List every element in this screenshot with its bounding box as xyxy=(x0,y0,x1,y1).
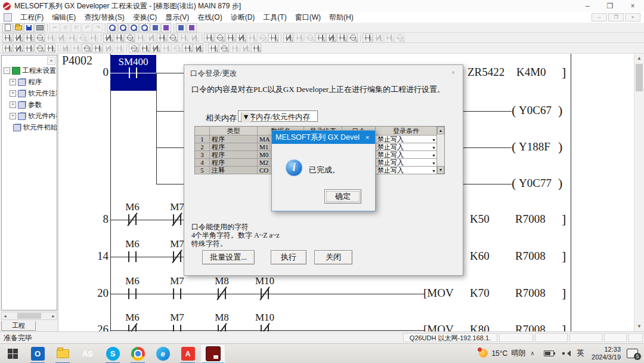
batch-setting-button[interactable]: 批量设置... xyxy=(202,250,255,264)
ok-button[interactable]: 确定 xyxy=(324,189,361,204)
menu-item-1[interactable]: 编辑(E) xyxy=(48,12,80,23)
row-4-condition-dropdown[interactable]: 禁止写入▼ xyxy=(376,159,437,167)
dialog-close-button[interactable]: × xyxy=(448,67,458,77)
tree-item-device-memory[interactable]: +软元件内存 xyxy=(4,110,57,122)
ladder-coil-Y188F[interactable]: Y188F xyxy=(519,140,550,153)
program-toolbar-button-17[interactable]: F9 xyxy=(182,44,193,53)
ladder-toolbar-button-26[interactable]: F6 xyxy=(283,33,293,42)
tree-collapse-icon[interactable]: - xyxy=(4,67,10,74)
ladder-toolbar-button-30[interactable]: F10 xyxy=(326,33,336,42)
row-3-condition-dropdown[interactable]: 禁止写入▼ xyxy=(376,151,437,159)
ladder-toolbar-button-24[interactable]: F10 xyxy=(258,33,268,42)
tree-item-device-init[interactable]: 软元件初始 xyxy=(4,122,57,133)
program-toolbar-button-19[interactable]: F5 xyxy=(208,44,218,53)
redo-button[interactable]: ↷ xyxy=(92,23,103,32)
menu-item-4[interactable]: 显示(V) xyxy=(161,12,193,23)
taskbar-app-file-explorer[interactable] xyxy=(50,344,75,363)
ladder-toolbar-button-19[interactable]: F5 xyxy=(204,33,214,42)
row-1-condition-dropdown[interactable]: 禁止写入▼ xyxy=(376,136,437,143)
ladder-contact-M7[interactable] xyxy=(169,287,185,300)
ladder-operand[interactable]: K50 xyxy=(470,213,490,226)
scroll-left-icon[interactable]: ◄ xyxy=(2,314,7,318)
ladder-coil-Y0C77[interactable]: Y0C77 xyxy=(519,177,552,190)
editor-vertical-scrollbar[interactable]: ▲ ▼ xyxy=(634,54,644,331)
taskbar-app-acrobat[interactable]: A xyxy=(175,344,200,363)
ladder-toolbar-button-35[interactable]: F9 xyxy=(384,33,394,42)
ladder-toolbar-button-21[interactable]: F7 xyxy=(225,33,236,42)
ladder-toolbar-button-34[interactable]: F8 xyxy=(373,33,383,42)
cut-button[interactable]: ✂ xyxy=(49,23,60,32)
open-button[interactable] xyxy=(13,23,23,32)
ladder-operand[interactable]: [MOV xyxy=(423,287,454,300)
paste-button[interactable]: ⎗ xyxy=(71,23,81,32)
program-toolbar-button-20[interactable]: F6 xyxy=(219,44,229,53)
program-toolbar-button-3[interactable]: F7 xyxy=(24,44,34,53)
ladder-toolbar-button-33[interactable]: F7 xyxy=(363,33,373,42)
ladder-contact-M10[interactable] xyxy=(257,324,273,331)
ladder-toolbar-button-27[interactable]: F7 xyxy=(294,33,304,42)
close-button[interactable]: × xyxy=(621,0,644,12)
tree-item-program[interactable]: +程序 xyxy=(4,76,57,88)
ladder-toolbar-button-22[interactable]: F8 xyxy=(236,33,246,42)
program-toolbar-button-18[interactable]: F10 xyxy=(193,44,203,53)
ladder-operand[interactable]: K4M0 xyxy=(516,66,546,79)
weather-temp[interactable]: 15°C xyxy=(491,349,507,358)
ladder-operand[interactable]: R7008 xyxy=(515,287,546,300)
scroll-up-icon[interactable]: ▲ xyxy=(437,127,444,134)
execute-button[interactable]: 执行 xyxy=(271,250,306,264)
ladder-contact-M8[interactable] xyxy=(214,287,230,300)
ladder-toolbar-button-4[interactable]: F8 xyxy=(35,33,45,42)
program-toolbar-button-8[interactable]: F6 xyxy=(82,44,92,53)
sidebar-horizontal-scrollbar[interactable]: ◄ ► xyxy=(1,312,57,320)
weather-desc[interactable]: 晴朗 xyxy=(511,348,525,358)
notification-center-icon[interactable]: 5 xyxy=(627,349,638,358)
zoom-in-button[interactable] xyxy=(129,23,139,32)
ladder-contact-M7[interactable] xyxy=(169,324,185,331)
menu-item-6[interactable]: 诊断(D) xyxy=(227,12,259,23)
taskbar-app-chrome[interactable] xyxy=(125,344,150,363)
program-toolbar-button-21[interactable]: F7 xyxy=(230,44,240,53)
start-button[interactable] xyxy=(0,344,25,363)
program-toolbar-button-7[interactable]: F5 xyxy=(71,44,81,53)
ladder-contact-M6[interactable] xyxy=(125,287,140,300)
menu-item-2[interactable]: 查找/替换(S) xyxy=(80,12,128,23)
table-scrollbar[interactable]: ▲▼ xyxy=(437,127,444,174)
ladder-toolbar-button-6[interactable]: F10 xyxy=(56,33,66,42)
tree-expand-icon[interactable]: + xyxy=(10,113,16,119)
ladder-toolbar-button-32[interactable]: F6 xyxy=(348,33,358,42)
ladder-toolbar-button-7[interactable]: F5 xyxy=(67,33,77,42)
scroll-down-icon[interactable]: ▼ xyxy=(634,322,644,331)
copy-button[interactable]: ⎘ xyxy=(60,23,70,32)
tree-expand-icon[interactable]: + xyxy=(10,101,16,108)
program-toolbar-button-16[interactable]: F8 xyxy=(172,44,182,53)
menu-item-7[interactable]: 工具(T) xyxy=(259,12,290,23)
scroll-down-icon[interactable]: ▼ xyxy=(437,166,444,174)
scrollbar-thumb[interactable] xyxy=(17,313,41,319)
menu-item-3[interactable]: 变换(C) xyxy=(129,12,162,23)
program-toolbar-button-10[interactable]: F8 xyxy=(103,44,113,53)
restore-button[interactable]: ❐ xyxy=(599,0,621,12)
tree-expand-icon[interactable]: + xyxy=(10,90,16,97)
menu-item-5[interactable]: 在线(O) xyxy=(193,12,226,23)
scroll-right-icon[interactable]: ► xyxy=(51,314,57,318)
language-indicator[interactable]: 英 xyxy=(577,348,585,358)
ladder-toolbar-button-23[interactable]: F9 xyxy=(247,33,257,42)
ladder-contact-M6[interactable] xyxy=(125,250,140,263)
modal-close-button[interactable]: × xyxy=(360,131,375,144)
ladder-contact-SM400[interactable] xyxy=(125,66,141,79)
weather-icon[interactable] xyxy=(479,349,488,358)
ladder-operand[interactable]: ZR5422 xyxy=(467,66,504,79)
project-tab[interactable]: 工程 xyxy=(1,321,36,331)
ladder-toolbar-button-15[interactable]: F7 xyxy=(157,33,167,42)
program-toolbar-button-11[interactable]: F9 xyxy=(114,44,124,53)
ladder-toolbar-button-3[interactable]: F7 xyxy=(24,33,34,42)
ladder-toolbar-button-11[interactable]: F9 xyxy=(114,33,124,42)
battery-icon[interactable] xyxy=(544,350,554,356)
taskbar-app-edge[interactable]: e xyxy=(150,344,175,363)
tree-item-device-comment[interactable]: +软元件注释 xyxy=(4,88,57,99)
minimize-button[interactable]: – xyxy=(576,0,599,12)
ladder-operand[interactable]: K70 xyxy=(470,287,490,300)
program-toolbar-button-6[interactable]: F10 xyxy=(60,44,70,53)
program-toolbar-button-1[interactable]: F5 xyxy=(2,44,13,53)
ladder-contact-M8[interactable] xyxy=(214,324,230,331)
